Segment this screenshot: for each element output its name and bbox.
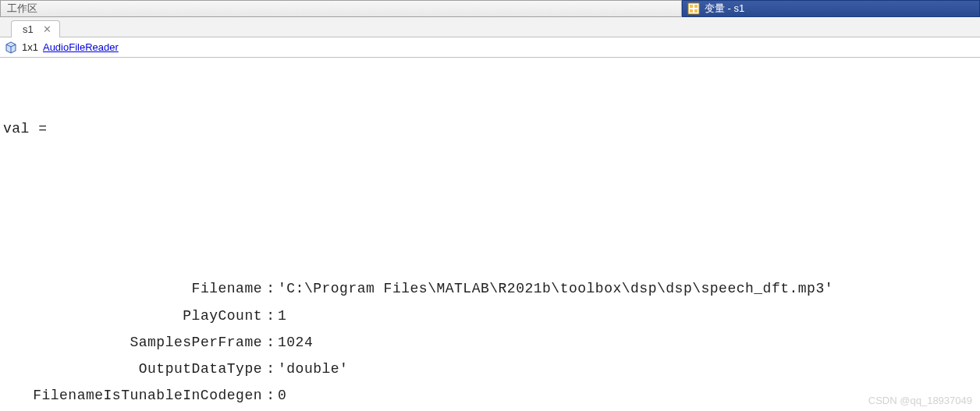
- object-cube-icon: [5, 41, 17, 54]
- variables-panel-title[interactable]: 变量 - s1: [682, 0, 980, 17]
- tab-s1[interactable]: s1 ✕: [11, 20, 60, 37]
- property-row: OutputDataType:'double': [3, 356, 977, 382]
- property-label: Filename: [3, 275, 265, 302]
- tab-label: s1: [23, 23, 34, 35]
- property-label: SamplesPerFrame: [3, 329, 265, 356]
- variable-info-bar: 1x1 AudioFileReader: [0, 37, 980, 58]
- panel-titlebar: 工作区 变量 - s1: [0, 0, 980, 17]
- property-separator: :: [265, 329, 276, 356]
- property-label: PlayCount: [3, 303, 265, 329]
- property-row: Filename:'C:\Program Files\MATLAB\R2021b…: [3, 275, 977, 302]
- property-value: 'double': [276, 356, 977, 382]
- svg-rect-1: [690, 5, 693, 8]
- svg-rect-4: [694, 9, 698, 12]
- svg-rect-3: [690, 9, 693, 12]
- property-row: SamplesPerFrame:1024: [3, 329, 977, 356]
- tab-bar: s1 ✕: [0, 17, 980, 37]
- variables-icon: [687, 2, 700, 15]
- property-row: PlayCount:1: [3, 303, 977, 329]
- output-header: val =: [3, 115, 977, 142]
- watermark-text: CSDN @qq_18937049: [868, 395, 972, 406]
- property-label: OutputDataType: [3, 356, 265, 382]
- variables-title-text: 变量 - s1: [705, 2, 744, 16]
- property-value: 'C:\Program Files\MATLAB\R2021b\toolbox\…: [276, 275, 977, 302]
- property-separator: :: [265, 382, 276, 409]
- variable-type-link[interactable]: AudioFileReader: [43, 41, 119, 53]
- workspace-panel-title[interactable]: 工作区: [0, 0, 682, 17]
- close-icon[interactable]: ✕: [41, 24, 53, 34]
- property-value: 1024: [276, 329, 977, 356]
- property-row: FilenameIsTunableInCodegen:0: [3, 382, 977, 409]
- property-value: 1: [276, 303, 977, 329]
- property-label: FilenameIsTunableInCodegen: [3, 382, 265, 409]
- variable-dimensions: 1x1: [22, 41, 38, 53]
- property-separator: :: [265, 275, 276, 302]
- workspace-title-text: 工作区: [7, 2, 37, 16]
- property-separator: :: [265, 303, 276, 329]
- property-separator: :: [265, 356, 276, 382]
- svg-rect-2: [694, 5, 698, 8]
- command-output: val = Filename:'C:\Program Files\MATLAB\…: [0, 58, 980, 411]
